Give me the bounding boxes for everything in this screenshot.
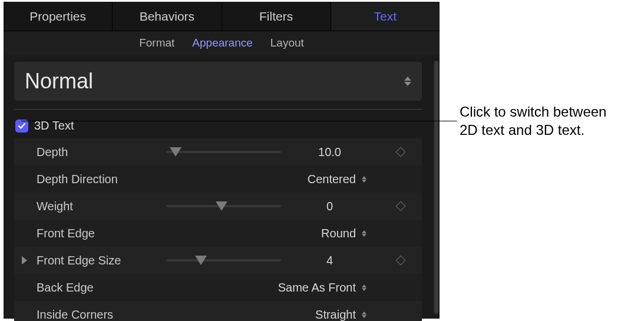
keyframe-icon[interactable]: [396, 201, 406, 211]
row-front-edge: Front Edge Round: [14, 220, 422, 247]
dropdown-inside-corners[interactable]: Straight: [166, 308, 366, 322]
inspector-panel: Properties Behaviors Filters Text Format…: [4, 2, 440, 319]
disclosure-triangle-icon[interactable]: [22, 256, 27, 264]
value-front-edge: Round: [321, 227, 356, 240]
keyframe-icon[interactable]: [396, 147, 406, 157]
checkmark-icon: [17, 121, 27, 131]
label-depth-direction: Depth Direction: [37, 173, 166, 186]
preset-value: Normal: [25, 69, 93, 94]
row-front-edge-size: Front Edge Size 4: [14, 247, 422, 274]
label-back-edge: Back Edge: [37, 281, 166, 294]
slider-thumb-icon[interactable]: [195, 256, 207, 265]
callout-text: Click to switch between 2D text and 3D t…: [460, 102, 606, 139]
callout-line: [21, 121, 457, 121]
dropdown-back-edge[interactable]: Same As Front: [166, 281, 366, 294]
value-back-edge: Same As Front: [278, 281, 356, 294]
scrollbar[interactable]: [434, 61, 438, 314]
tab-filters[interactable]: Filters: [222, 2, 331, 31]
chevron-updown-icon: [404, 77, 411, 86]
value-weight[interactable]: 0: [293, 200, 366, 213]
callout-line1: Click to switch between: [460, 102, 606, 121]
value-depth[interactable]: 10.0: [293, 145, 366, 159]
section-3d-text: 3D Text: [14, 117, 422, 138]
slider-front-edge-size[interactable]: [166, 259, 281, 262]
inspector-content: Normal 3D Text Depth 10.0: [4, 55, 432, 321]
row-back-edge: Back Edge Same As Front: [14, 274, 422, 301]
row-depth: Depth 10.0: [14, 138, 422, 166]
divider: [14, 109, 422, 110]
label-inside-corners: Inside Corners: [37, 308, 166, 322]
label-depth: Depth: [37, 145, 166, 159]
label-front-edge: Front Edge: [37, 227, 166, 240]
row-depth-direction: Depth Direction Centered: [14, 166, 422, 193]
subtab-appearance[interactable]: Appearance: [192, 37, 252, 49]
text-subtabs: Format Appearance Layout: [4, 31, 440, 55]
slider-thumb-icon[interactable]: [216, 201, 227, 211]
label-front-edge-size: Front Edge Size: [37, 254, 166, 267]
value-inside-corners: Straight: [315, 308, 356, 322]
slider-thumb-icon[interactable]: [170, 147, 181, 157]
callout-line2: 2D text and 3D text.: [460, 121, 606, 139]
chevron-updown-icon: [362, 284, 366, 291]
tab-text[interactable]: Text: [331, 2, 440, 31]
subtab-layout[interactable]: Layout: [270, 37, 304, 49]
inspector-tabs: Properties Behaviors Filters Text: [4, 2, 440, 31]
label-weight: Weight: [37, 200, 166, 213]
slider-depth[interactable]: [166, 151, 281, 153]
dropdown-depth-direction[interactable]: Centered: [166, 173, 366, 186]
chevron-updown-icon: [362, 230, 366, 237]
subtab-format[interactable]: Format: [139, 37, 174, 49]
slider-weight[interactable]: [166, 205, 281, 207]
value-depth-direction: Centered: [308, 173, 356, 186]
chevron-updown-icon: [362, 312, 366, 318]
row-inside-corners: Inside Corners Straight: [14, 301, 422, 321]
tab-behaviors[interactable]: Behaviors: [113, 2, 222, 31]
preset-dropdown[interactable]: Normal: [14, 62, 422, 101]
keyframe-icon[interactable]: [396, 256, 406, 266]
value-front-edge-size[interactable]: 4: [293, 254, 366, 267]
row-weight: Weight 0: [14, 193, 422, 220]
dropdown-front-edge[interactable]: Round: [166, 227, 366, 240]
tab-properties[interactable]: Properties: [4, 2, 113, 31]
chevron-updown-icon: [362, 176, 366, 183]
